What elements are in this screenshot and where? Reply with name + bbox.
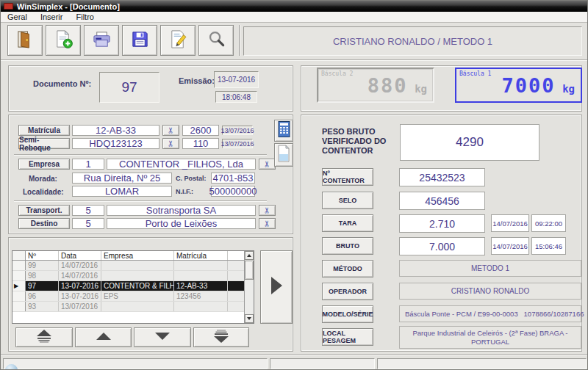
next-record-button[interactable]: [134, 327, 191, 347]
exit-button[interactable]: [7, 25, 43, 56]
empresa-name-input[interactable]: CONTENTOR _FILHOS, Lda: [107, 159, 256, 170]
peso-bruto-value[interactable]: 4290: [400, 124, 539, 161]
title-bar: WinSimplex - [Documento]: [1, 1, 587, 12]
toolbar-separator: [239, 25, 240, 56]
tara-time: 09:22:00: [531, 214, 566, 232]
statusbar-cell-1: [3, 358, 268, 369]
c-postal-input[interactable]: 4701-853: [211, 173, 255, 184]
local-pesagem-button[interactable]: LOCAL PESAGEM: [322, 328, 373, 346]
current-row-marker-icon: ▶: [12, 281, 26, 291]
matricula-input[interactable]: 12-AB-33: [72, 125, 159, 136]
scissors-icon: ✂: [263, 207, 271, 214]
context-header: CRISTIANO RONALDO / METODO 1: [243, 26, 582, 56]
last-record-button[interactable]: [193, 327, 249, 347]
table-row[interactable]: 98 14/07/2016: [12, 271, 254, 281]
scale-2-unit: kg: [415, 83, 427, 95]
contentor-button[interactable]: Nº CONTENTOR: [322, 168, 373, 186]
statusbar-cell-3: [377, 358, 587, 369]
metodo-button[interactable]: MÉTODO: [322, 260, 373, 278]
calculator-button[interactable]: [274, 120, 293, 142]
table-row[interactable]: 96 13-07-2016 EPS 123456: [12, 291, 254, 302]
destino-button[interactable]: Destino: [18, 218, 70, 229]
first-record-button[interactable]: [15, 327, 73, 347]
transporte-button[interactable]: Transport.: [18, 205, 70, 216]
col-data: Data: [59, 251, 101, 260]
bruto-button[interactable]: BRUTO: [322, 237, 373, 255]
empresa-button[interactable]: Empresa: [18, 159, 70, 170]
scissors-icon: ✂: [167, 140, 175, 147]
bruto-time: 15:06:46: [531, 237, 566, 255]
menu-inserir[interactable]: Inserir: [34, 12, 70, 22]
print-icon: [92, 29, 112, 52]
document-number-label: Documento Nº:: [33, 79, 91, 88]
matricula-button[interactable]: Matrícula: [18, 125, 70, 136]
table-row[interactable]: 93 13/07/2016: [12, 302, 254, 312]
table-row-selected[interactable]: ▶ 97 13-07-2016 CONTENTOR & FILHO 12-AB-…: [12, 281, 254, 291]
scroll-up-icon[interactable]: [245, 251, 254, 260]
open-record-button[interactable]: [260, 250, 293, 324]
first-record-icon: [29, 329, 59, 347]
form-divider-2: [14, 200, 267, 202]
search-icon: [207, 29, 226, 52]
scrollbar-thumb[interactable]: [245, 261, 254, 280]
table-header-row: Nº Data Empresa Matrícula: [12, 251, 254, 261]
localidade-input[interactable]: LOMAR: [72, 186, 172, 197]
new-document-button[interactable]: [46, 25, 81, 56]
morada-input[interactable]: Rua Direita, Nº 25: [72, 173, 172, 184]
matricula-cut-button[interactable]: ✂: [162, 125, 179, 136]
semi-reboque-date: 13/07/2016: [222, 139, 253, 148]
selo-value[interactable]: 456456: [399, 192, 485, 210]
modelo-serie-button[interactable]: MODELO/SÉRIE: [322, 305, 373, 323]
transporte-name-input[interactable]: Sotransporta SA: [107, 205, 256, 216]
save-button[interactable]: [122, 25, 157, 56]
blank-document-icon: [277, 145, 290, 165]
print-button[interactable]: [84, 25, 119, 56]
nif-label: N.I.F.:: [176, 188, 193, 195]
operador-button[interactable]: OPERADOR: [322, 283, 373, 300]
scissors-icon: ✂: [263, 220, 271, 227]
menu-bar: Geral Inserir Filtro: [1, 12, 587, 23]
selo-button[interactable]: SELO: [322, 192, 373, 209]
form-divider: [14, 154, 267, 156]
bruto-value[interactable]: 7.000: [399, 237, 485, 255]
emission-label: Emissão:: [179, 76, 215, 85]
edit-button[interactable]: [160, 25, 196, 56]
destino-cut-button[interactable]: ✂: [259, 218, 276, 229]
window-title: WinSimplex - [Documento]: [17, 2, 120, 11]
scale-2-value: 880: [368, 74, 408, 97]
morada-label: Morada:: [29, 175, 57, 183]
up-triangle-icon: [93, 331, 115, 344]
scale-2-display: Báscula 2 880 kg: [317, 68, 434, 103]
document-view-button[interactable]: [274, 143, 293, 167]
search-button[interactable]: [198, 25, 234, 56]
nif-input[interactable]: 500000000: [211, 186, 255, 197]
transporte-code-input[interactable]: 5: [72, 205, 104, 216]
document-number-value: 97: [99, 72, 159, 103]
semi-reboque-input[interactable]: HDQ123123: [72, 138, 159, 149]
scroll-down-icon[interactable]: [245, 314, 254, 323]
semi-reboque-cut-button[interactable]: ✂: [162, 138, 179, 149]
semi-reboque-button[interactable]: Semi-Reboque: [18, 138, 70, 149]
matricula-weight-input[interactable]: 2600: [182, 125, 219, 136]
destino-code-input[interactable]: 5: [72, 218, 104, 229]
menu-filtro[interactable]: Filtro: [69, 12, 100, 22]
localidade-label: Localidade:: [23, 188, 64, 196]
tara-value[interactable]: 2.710: [399, 214, 485, 233]
empresa-code-input[interactable]: 1: [72, 159, 104, 170]
emission-date: 13-07-2016: [214, 71, 259, 88]
empresa-cut-button[interactable]: ✂: [259, 159, 276, 170]
menu-geral[interactable]: Geral: [1, 12, 34, 22]
table-row[interactable]: 99 14/07/2016: [12, 261, 254, 271]
table-scrollbar[interactable]: [244, 251, 254, 323]
col-num: Nº: [26, 251, 59, 260]
contentor-value[interactable]: 25432523: [399, 168, 485, 186]
tara-button[interactable]: TARA: [322, 214, 373, 232]
transporte-cut-button[interactable]: ✂: [259, 205, 276, 216]
semi-reboque-weight-input[interactable]: 110: [182, 138, 219, 149]
destino-name-input[interactable]: Porto de Leixões: [107, 218, 256, 229]
previous-record-button[interactable]: [75, 327, 132, 347]
operator-method-title: CRISTIANO RONALDO / METODO 1: [333, 36, 492, 47]
metodo-value: METODO 1: [399, 260, 581, 277]
scale-1-unit: kg: [562, 83, 575, 95]
matricula-date: 13/07/2016: [222, 126, 253, 135]
